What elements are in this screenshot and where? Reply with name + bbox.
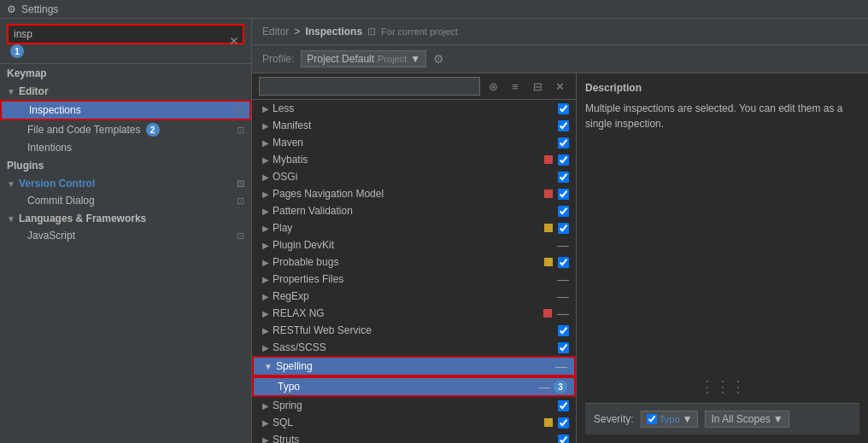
sidebar-item-version-control[interactable]: ▼ Version Control ⊡ [0, 174, 251, 192]
list-item[interactable]: ▶ OSGi [252, 168, 576, 185]
checkbox-col [558, 103, 569, 114]
file-code-templates-label: File and Code Templates [27, 124, 141, 136]
search-clear-button[interactable]: ✕ [229, 34, 239, 48]
item-label: Struts [273, 434, 299, 443]
spelling-group-item[interactable]: ▼ Spelling — [252, 356, 576, 376]
item-checkbox[interactable] [558, 103, 569, 114]
item-label: Less [273, 102, 294, 114]
item-checkbox[interactable] [558, 325, 569, 336]
expand-all-button[interactable]: ≡ [506, 77, 525, 96]
checkbox-col [558, 342, 569, 353]
list-item[interactable]: ▶ Maven [252, 134, 576, 151]
checkbox-col [558, 120, 569, 131]
list-item[interactable]: ▶ Pattern Validation [252, 202, 576, 219]
item-checkbox[interactable] [558, 154, 569, 166]
title-bar: ⚙ Settings [0, 0, 868, 19]
vc-icon: ⊡ [237, 178, 244, 189]
severity-scope-dropdown[interactable]: In All Scopes ▼ [705, 411, 789, 428]
sidebar-item-commit-dialog[interactable]: Commit Dialog ⊡ [0, 192, 251, 209]
search-input[interactable] [7, 24, 244, 44]
severity-label: Severity: [594, 413, 634, 425]
javascript-label: JavaScript [27, 230, 75, 242]
item-checkbox[interactable] [558, 400, 569, 411]
item-label: Mybatis [273, 154, 308, 166]
item-checkbox[interactable] [558, 137, 569, 149]
list-item[interactable]: ▶ RegExp — [252, 288, 576, 305]
item-label: Sass/SCSS [273, 341, 326, 353]
clear-button[interactable]: ✕ [550, 77, 569, 96]
item-label: SQL [273, 417, 293, 428]
sidebar-item-editor[interactable]: ▼ Editor [0, 82, 251, 100]
item-checkbox[interactable] [558, 434, 569, 444]
list-item[interactable]: ▶ Plugin DevKit — [252, 236, 576, 254]
list-item[interactable]: ▶ Sass/SCSS [252, 339, 576, 356]
typo-child-item[interactable]: Typo — 3 [252, 376, 576, 397]
expand-icon: ▶ [262, 155, 269, 165]
list-item[interactable]: ▶ RELAX NG — [252, 305, 576, 322]
sidebar-item-javascript[interactable]: JavaScript ⊡ [0, 227, 251, 244]
checkbox-col: — [557, 238, 569, 252]
checkbox-col [544, 154, 569, 166]
item-checkbox[interactable] [558, 223, 569, 234]
checkbox-col [558, 325, 569, 336]
inspections-list: ▶ Less ▶ Manifest [252, 100, 576, 443]
list-item[interactable]: ▶ Probable bugs [252, 254, 576, 271]
keymap-label: Keymap [7, 67, 47, 79]
list-item[interactable]: ▶ RESTful Web Service [252, 322, 576, 339]
sidebar-item-inspections[interactable]: Inspections ⊡ [0, 100, 251, 120]
severity-indicator [543, 309, 552, 318]
item-checkbox[interactable] [558, 189, 569, 200]
item-checkbox[interactable] [558, 342, 569, 353]
sidebar-item-plugins[interactable]: Plugins [0, 156, 251, 174]
profile-dropdown[interactable]: Project Default Project ▼ [301, 50, 426, 67]
list-item[interactable]: ▶ Manifest [252, 117, 576, 134]
item-label: Spring [273, 399, 302, 411]
sidebar-item-languages-frameworks[interactable]: ▼ Languages & Frameworks [0, 209, 251, 227]
checkbox-col: — [557, 289, 569, 303]
item-checkbox[interactable] [558, 257, 569, 268]
description-text: Multiple inspections are selected. You c… [585, 101, 859, 131]
inspections-icon: ⊡ [235, 105, 243, 116]
sidebar-item-intentions[interactable]: Intentions [0, 139, 251, 156]
list-item[interactable]: ▶ Pages Navigation Model [252, 185, 576, 202]
list-item[interactable]: ▶ Less [252, 100, 576, 117]
expand-icon: ▶ [262, 309, 269, 318]
collapse-all-button[interactable]: ⊟ [528, 77, 547, 96]
severity-typo-checkbox[interactable] [647, 414, 657, 424]
severity-typo-dropdown[interactable]: Typo ▼ [641, 411, 699, 428]
breadcrumb-project-tag: For current project [381, 26, 458, 37]
description-title: Description [585, 82, 859, 94]
spelling-label: Spelling [276, 360, 313, 372]
list-item[interactable]: ▶ Mybatis [252, 151, 576, 168]
typo-value: Typo [660, 414, 680, 424]
checkbox-col [558, 434, 569, 444]
sidebar-item-keymap[interactable]: Keymap [0, 64, 251, 82]
list-item[interactable]: ▶ Play [252, 219, 576, 236]
typo-label: Typo [278, 381, 300, 393]
expand-icon: ▶ [262, 104, 269, 114]
expand-icon: ▶ [262, 224, 269, 233]
list-item[interactable]: ▶ SQL [252, 414, 576, 431]
sidebar-item-file-code-templates[interactable]: File and Code Templates 2 ⊡ [0, 120, 251, 139]
severity-indicator [544, 189, 553, 198]
list-item[interactable]: ▶ Properties Files — [252, 271, 576, 288]
expand-icon: ▶ [262, 418, 269, 428]
list-item[interactable]: ▶ Spring [252, 397, 576, 414]
commit-dialog-label: Commit Dialog [27, 195, 95, 207]
inspections-search-input[interactable] [259, 77, 480, 96]
checkbox-col [558, 172, 569, 183]
item-checkbox[interactable] [558, 417, 569, 428]
item-label: Play [273, 222, 292, 234]
list-item[interactable]: ▶ Struts [252, 431, 576, 443]
expand-icon: ▶ [262, 343, 269, 353]
item-checkbox[interactable] [558, 206, 569, 217]
badge-2: 2 [146, 123, 160, 137]
severity-indicator [544, 418, 553, 427]
gear-icon[interactable]: ⚙ [433, 52, 444, 66]
checkbox-col: — [557, 272, 569, 286]
description-panel: Description Multiple inspections are sel… [577, 73, 868, 443]
filter-button[interactable]: ⊛ [484, 77, 502, 96]
item-checkbox[interactable] [558, 120, 569, 131]
item-checkbox[interactable] [558, 172, 569, 183]
right-panel: Editor > Inspections ⊡ For current proje… [252, 19, 868, 443]
